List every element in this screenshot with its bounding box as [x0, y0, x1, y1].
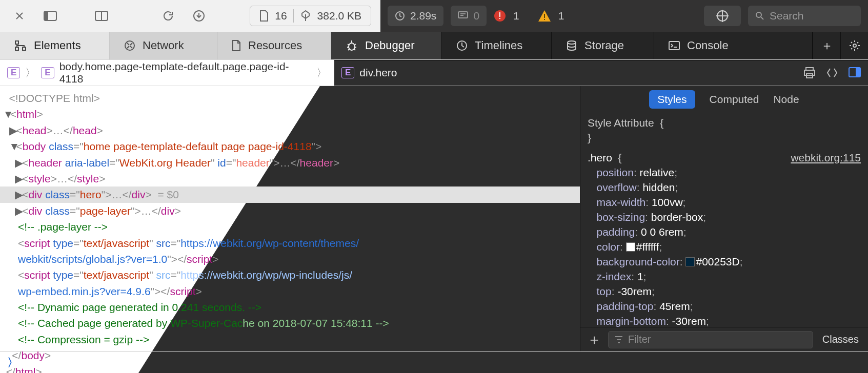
svg-rect-10 — [499, 12, 500, 17]
breadcrumb-item[interactable]: body.home.page-template-default.page.pag… — [59, 60, 311, 85]
download-icon[interactable] — [189, 6, 209, 26]
file-count: 16 — [275, 10, 287, 22]
styles-pane-tabs: Styles Computed Node — [580, 86, 868, 113]
add-rule-icon[interactable]: ＋ — [586, 330, 603, 349]
log-count-button[interactable]: 0 — [451, 6, 487, 26]
load-time: 2.89s — [388, 6, 443, 26]
source-link[interactable]: webkit.org:115 — [791, 151, 861, 165]
styles-tab-rules[interactable]: Styles — [649, 90, 695, 109]
svg-rect-20 — [15, 47, 18, 50]
tab-bar: Elements Network Resources Debugger Time… — [0, 32, 868, 59]
warning-count: 1 — [558, 10, 564, 22]
resource-stats: 16 382.0 KB — [250, 6, 371, 26]
tab-debugger[interactable]: Debugger — [331, 32, 442, 59]
warning-icon — [538, 10, 551, 22]
settings-icon[interactable] — [840, 32, 868, 59]
inspect-button[interactable] — [704, 6, 741, 26]
dock-left-icon[interactable] — [40, 6, 60, 26]
tab-timelines[interactable]: Timelines — [442, 32, 552, 59]
styles-pane: Styles Computed Node Style Attribute { }… — [580, 86, 868, 351]
styles-filter-input[interactable]: Filter — [608, 331, 813, 348]
svg-rect-32 — [856, 68, 860, 77]
dom-tree[interactable]: <!DOCTYPE html> ▼<html> ▶<head>…</head> … — [0, 86, 580, 351]
toolbar: 16 382.0 KB 2.89s 0 1 1 Search — [0, 0, 868, 32]
file-size: 382.0 KB — [317, 10, 361, 22]
svg-rect-21 — [23, 47, 26, 50]
error-icon — [494, 10, 506, 22]
element-badge-icon[interactable]: E — [7, 67, 20, 78]
source-brackets-icon[interactable] — [826, 67, 838, 78]
svg-rect-2 — [44, 11, 48, 20]
toggle-sidebar-icon[interactable] — [849, 67, 861, 78]
tab-console[interactable]: Console — [654, 32, 813, 59]
svg-point-17 — [756, 12, 761, 17]
svg-line-18 — [761, 17, 763, 19]
selected-dom-node: ▶<div class="hero">…</div> = $0 — [0, 186, 580, 202]
svg-point-22 — [125, 41, 134, 50]
svg-point-25 — [568, 41, 576, 44]
tab-resources[interactable]: Resources — [217, 32, 331, 59]
svg-rect-19 — [15, 41, 18, 44]
element-badge-icon[interactable]: E — [41, 67, 54, 78]
styles-tab-computed[interactable]: Computed — [710, 93, 759, 106]
search-input[interactable]: Search — [748, 6, 861, 26]
tab-storage[interactable]: Storage — [552, 32, 654, 59]
element-badge-icon[interactable]: E — [341, 67, 354, 78]
reload-icon[interactable] — [158, 6, 178, 26]
panel-toggle-icon[interactable] — [91, 6, 112, 26]
classes-button[interactable]: Classes — [818, 334, 863, 345]
svg-rect-11 — [499, 18, 500, 19]
new-tab-button[interactable]: ＋ — [813, 32, 840, 59]
svg-rect-12 — [544, 14, 545, 18]
error-count: 1 — [513, 10, 519, 22]
tab-elements[interactable]: Elements — [0, 32, 110, 59]
styles-tab-node[interactable]: Node — [773, 93, 799, 106]
svg-rect-26 — [669, 42, 679, 50]
breadcrumb-item[interactable]: div.hero — [359, 67, 397, 79]
svg-point-27 — [853, 44, 856, 47]
print-icon[interactable] — [803, 67, 816, 78]
styles-body[interactable]: Style Attribute { } .hero { webkit.org:1… — [580, 113, 868, 327]
svg-rect-13 — [544, 19, 545, 20]
tab-network[interactable]: Network — [110, 32, 217, 59]
breadcrumb: E 〉 E body.home.page-template-default.pa… — [0, 59, 868, 86]
close-icon[interactable] — [9, 6, 30, 26]
